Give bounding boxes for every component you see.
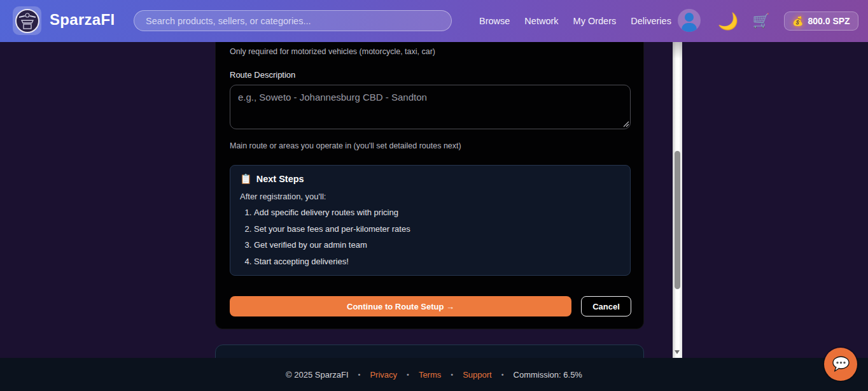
chat-support-button[interactable] — [824, 348, 857, 381]
footer-copyright: © 2025 SparzaFI — [286, 370, 348, 380]
balance-amount: 800.0 SPZ — [808, 16, 850, 26]
user-avatar[interactable] — [678, 9, 701, 32]
footer-separator: • — [407, 371, 409, 378]
theme-toggle-moon-icon[interactable]: 🌙 — [715, 8, 741, 34]
next-step-item: Add specific delivery routes with pricin… — [254, 208, 410, 217]
route-description-label: Route Description — [230, 70, 295, 80]
brand-logo[interactable] — [13, 6, 41, 35]
logo-emblem-icon — [15, 9, 39, 33]
money-bag-icon: 💰 — [792, 16, 803, 26]
nav-browse[interactable]: Browse — [479, 16, 510, 26]
chat-bubble-icon — [830, 355, 851, 374]
avatar-person-icon — [685, 13, 694, 22]
route-description-help: Main route or areas you operate in (you'… — [230, 141, 461, 150]
cart-icon[interactable]: 🛒 — [750, 10, 773, 32]
scrollbar-thumb[interactable] — [675, 151, 680, 289]
next-steps-intro: After registration, you'll: — [240, 192, 326, 201]
next-step-item: Set your base fees and per-kilometer rat… — [254, 224, 410, 234]
search-input[interactable] — [134, 10, 452, 31]
footer-link-terms[interactable]: Terms — [419, 370, 441, 380]
footer-commission: Commission: 6.5% — [514, 370, 582, 380]
app-root: SparzaFI Browse Network My Orders Delive… — [0, 0, 868, 391]
scrollbar-down-arrow-icon[interactable] — [675, 350, 680, 354]
next-steps-panel: 📋 Next Steps After registration, you'll:… — [230, 165, 631, 276]
clipboard-icon: 📋 — [240, 173, 252, 185]
footer-link-support[interactable]: Support — [463, 370, 492, 380]
vertical-scrollbar-track[interactable] — [673, 42, 682, 358]
next-steps-list: Add specific delivery routes with pricin… — [243, 208, 410, 273]
vehicle-requirement-note: Only required for motorized vehicles (mo… — [230, 47, 435, 56]
top-navbar: SparzaFI Browse Network My Orders Delive… — [0, 0, 868, 42]
next-step-item: Start accepting deliveries! — [254, 257, 410, 266]
nav-my-orders[interactable]: My Orders — [573, 16, 617, 26]
footer-separator: • — [451, 371, 453, 378]
page-footer: © 2025 SparzaFI • Privacy • Terms • Supp… — [0, 358, 868, 391]
next-step-item: Get verified by our admin team — [254, 240, 410, 250]
nav-deliveries[interactable]: Deliveries — [631, 16, 671, 26]
brand-title[interactable]: SparzaFI — [50, 11, 115, 29]
nav-links: Browse Network My Orders Deliveries — [479, 0, 671, 42]
cancel-button[interactable]: Cancel — [581, 296, 631, 316]
next-steps-title: 📋 Next Steps — [240, 173, 304, 185]
route-description-textarea[interactable] — [230, 85, 631, 129]
continue-to-route-setup-button[interactable]: Continue to Route Setup → — [230, 296, 571, 316]
courier-registration-card: Only required for motorized vehicles (mo… — [215, 42, 644, 329]
footer-separator: • — [501, 371, 504, 378]
nav-network[interactable]: Network — [524, 16, 558, 26]
wallet-balance-badge[interactable]: 💰 800.0 SPZ — [784, 11, 858, 31]
footer-link-privacy[interactable]: Privacy — [370, 370, 397, 380]
footer-separator: • — [358, 371, 361, 378]
